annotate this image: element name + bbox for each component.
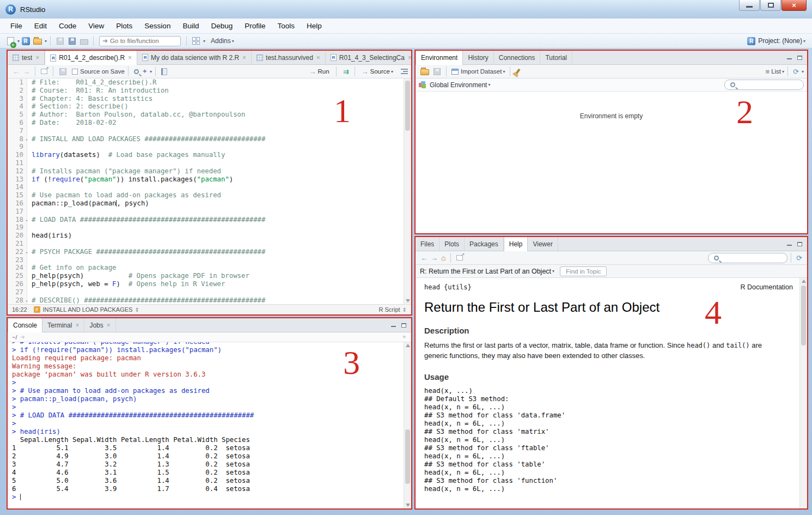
pane-maximize-button[interactable] [399,322,408,329]
print-button[interactable] [78,35,89,46]
source-button[interactable]: → Source ▾ [358,68,396,76]
import-dataset-button[interactable]: Import Dataset ▾ [451,68,505,75]
help-content[interactable]: head {utils} R Documentation Return the … [416,278,807,508]
list-view-label[interactable]: List [771,68,781,75]
close-button[interactable]: × [782,0,807,11]
pane-maximize-button[interactable] [795,240,804,248]
nav-forward-icon[interactable]: → [23,68,30,76]
menu-session[interactable]: Session [138,19,176,33]
clear-objects-icon[interactable] [516,69,521,74]
save-all-button[interactable] [66,35,77,46]
close-icon[interactable]: × [408,54,412,62]
environment-search-input[interactable] [737,82,800,88]
pane-maximize-button[interactable] [795,54,804,62]
console-scrollbar-thumb[interactable] [405,429,410,484]
open-file-button[interactable] [32,35,43,46]
environment-tab[interactable]: Connections [494,51,541,64]
panes-layout-button[interactable] [191,35,202,46]
compile-report-icon[interactable] [161,68,167,75]
maximize-button[interactable] [760,0,781,11]
help-back-icon[interactable]: ← [420,254,428,262]
menu-code[interactable]: Code [53,19,82,33]
project-selector[interactable]: R Project: (None) ▾ [747,37,805,45]
environment-tab[interactable]: History [463,51,493,64]
run-button[interactable]: → Run [306,68,333,76]
help-home-icon[interactable]: ⌂ [441,253,445,262]
save-doc-button[interactable] [57,66,68,77]
help-search-box[interactable] [708,253,787,263]
pane-minimize-button[interactable] [785,240,793,248]
minimize-button[interactable] [739,0,760,11]
help-refresh-icon[interactable]: ⟳ [796,254,802,262]
close-icon[interactable]: × [242,54,246,62]
environment-search-box[interactable] [724,80,804,90]
editor-tab[interactable]: RR01_4_2_describe().R× [45,51,137,65]
editor-tab[interactable]: test.hassurvived× [252,51,326,64]
editor-scrollbar-thumb[interactable] [405,81,410,131]
save-button[interactable] [54,35,65,46]
source-on-save-checkbox[interactable] [72,69,78,75]
nav-back-icon[interactable]: ← [13,68,20,76]
help-tab[interactable]: Viewer [528,237,558,251]
console-scrollbar[interactable] [404,342,411,508]
menu-profile[interactable]: Profile [239,19,271,33]
help-scrollbar-thumb[interactable] [801,286,806,346]
editor-tab[interactable]: RMy do data science with R 2.R× [137,51,252,64]
help-tab[interactable]: Packages [465,237,504,251]
scroll-up-icon[interactable] [406,344,410,347]
doc-type-label[interactable]: R Script [378,306,400,313]
menu-debug[interactable]: Debug [205,19,239,33]
goto-file-function-input[interactable] [110,38,170,44]
editor-scrollbar[interactable] [404,78,411,304]
help-search-input[interactable] [721,255,784,261]
code-tools-caret-icon[interactable]: ▾ [150,69,152,74]
find-in-topic-input[interactable]: Find in Topic [560,266,607,276]
menu-help[interactable]: Help [301,19,328,33]
close-icon[interactable]: × [107,322,111,329]
save-workspace-button[interactable] [431,66,442,77]
goto-directory-icon[interactable]: ➜ [20,334,25,341]
help-scrollbar[interactable] [799,278,807,508]
environment-tab[interactable]: Tutorial [540,51,572,64]
scroll-down-icon[interactable] [406,299,410,302]
close-icon[interactable]: × [316,54,320,62]
editor-tab[interactable]: test× [8,51,45,64]
close-icon[interactable]: × [35,54,39,62]
menu-edit[interactable]: Edit [28,19,53,33]
menu-tools[interactable]: Tools [271,19,301,33]
help-tab[interactable]: Files [416,237,439,251]
scroll-up-icon[interactable] [802,280,806,283]
addins-button[interactable]: Addins [211,37,231,45]
close-icon[interactable]: × [75,322,79,329]
help-tab[interactable]: Help [504,237,528,251]
close-icon[interactable]: × [128,54,132,62]
console-tab[interactable]: Terminal× [42,318,84,332]
new-file-button[interactable] [5,35,16,46]
new-file-caret-icon[interactable]: ▾ [17,39,20,44]
scroll-down-icon[interactable] [406,504,410,507]
menu-file[interactable]: File [4,19,28,33]
list-view-icon[interactable]: ≡ [766,68,770,76]
help-forward-icon[interactable]: → [431,254,438,262]
menu-view[interactable]: View [82,19,110,33]
pane-minimize-button[interactable] [785,54,793,62]
document-outline-icon[interactable] [401,68,408,75]
menu-build[interactable]: Build [176,19,205,33]
clear-console-icon[interactable]: ✦ [402,334,407,341]
pane-minimize-button[interactable] [389,322,398,329]
panes-layout-caret-icon[interactable]: ▾ [203,39,205,44]
load-workspace-button[interactable] [419,66,430,77]
new-project-button[interactable]: R [20,35,31,46]
editor-tab[interactable]: RR01_4_3_SelectingCa× [326,51,412,64]
code-tools-icon[interactable]: ✦ [142,68,148,75]
console-tab[interactable]: Jobs× [84,318,115,332]
help-topic-selector[interactable]: R: Return the First or Last Part of an O… [420,268,551,275]
rerun-icon[interactable]: ⇉ [343,68,348,76]
fold-arrow-icon[interactable]: ▾ [26,298,28,304]
open-in-new-window-icon[interactable] [41,69,47,74]
console-tab[interactable]: Console [8,318,42,332]
open-in-new-window-icon[interactable] [456,255,463,260]
help-tab[interactable]: Plots [439,237,465,251]
refresh-icon[interactable]: ⟳ [793,68,799,76]
environment-tab[interactable]: Environment [416,51,463,65]
